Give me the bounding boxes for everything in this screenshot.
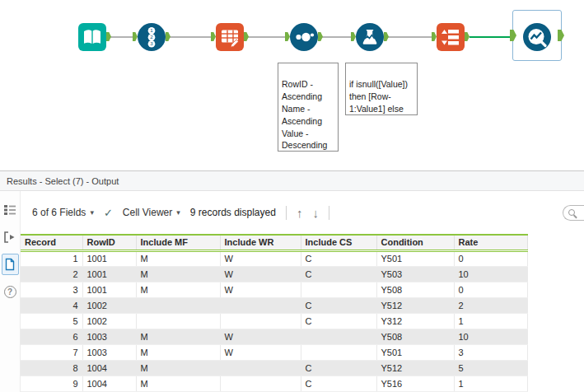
table-row[interactable]: 21001MWCY50310 (21, 266, 527, 282)
fields-dropdown[interactable]: 6 of 6 Fields ▾ (32, 207, 94, 218)
results-table[interactable]: RecordRowIDInclude MFInclude WRInclude C… (21, 234, 528, 392)
output-anchor-icon[interactable] (465, 32, 470, 41)
table-cell: 8 (21, 360, 82, 376)
preview-view-icon[interactable] (2, 254, 19, 275)
table-cell: Y501 (376, 344, 454, 360)
table-cell: M (136, 376, 220, 391)
connection[interactable] (388, 36, 434, 38)
table-cell: W (220, 250, 301, 266)
table-cell: 10 (454, 266, 527, 282)
tool-input-data[interactable] (78, 23, 106, 51)
output-anchor-icon[interactable] (384, 32, 389, 41)
table-row[interactable]: 91004MCY5161 (21, 376, 527, 391)
sort-annotation[interactable]: RowID - Ascending Name - Ascending Value… (278, 63, 339, 152)
table-cell (220, 297, 301, 313)
formula-icon (356, 23, 384, 51)
cell-viewer-dropdown[interactable]: Cell Viewer ▾ (123, 207, 180, 218)
output-anchor-icon[interactable] (558, 30, 564, 41)
table-cell (220, 376, 301, 391)
grid-view-icon[interactable] (2, 199, 19, 221)
output-anchor-icon[interactable] (244, 32, 249, 41)
tool-select-2[interactable] (437, 23, 465, 51)
sort-icon (290, 23, 318, 51)
table-cell: C (301, 250, 376, 266)
table-row[interactable]: 81004MCY5125 (21, 360, 527, 376)
table-cell: 1001 (82, 266, 136, 282)
tool-record-id[interactable]: 1 2 3 (138, 23, 166, 51)
workflow-canvas[interactable]: 1 2 3 (0, 0, 584, 170)
table-cell (301, 344, 376, 360)
results-panel: Results - Select (7) - Output (0, 170, 584, 392)
formula-annotation[interactable]: if isnull([Value]) then [Row- 1:Value1] … (345, 63, 418, 115)
table-cell: 1001 (82, 282, 136, 297)
fields-dropdown-label: 6 of 6 Fields (32, 207, 86, 218)
search-input[interactable] (563, 205, 584, 221)
table-cell: M (136, 282, 220, 297)
table-cell: Y501 (376, 250, 454, 266)
table-cell: 1 (21, 250, 82, 266)
tool-sort[interactable] (290, 23, 318, 51)
document-icon (3, 258, 16, 271)
output-anchor-icon[interactable] (318, 32, 323, 41)
column-header[interactable]: RowID (82, 235, 136, 250)
table-cell: 9 (21, 376, 82, 391)
connection[interactable] (110, 36, 135, 38)
table-cell: 1002 (82, 297, 136, 313)
table-cell (220, 360, 301, 376)
table-cell: W (220, 282, 301, 297)
table-row[interactable]: 11001MWCY5010 (21, 250, 527, 266)
table-cell: 6 (21, 329, 82, 344)
table-cell: 1002 (82, 313, 136, 329)
column-header[interactable]: Include WR (220, 235, 301, 250)
table-row[interactable]: 51002CY3121 (21, 313, 527, 329)
tool-select[interactable] (216, 23, 244, 51)
table-body: 11001MWCY501021001MWCY5031031001MWY50804… (21, 250, 527, 391)
column-header[interactable]: Record (21, 235, 82, 250)
table-cell: 2 (454, 297, 527, 313)
table-cell: 3 (454, 344, 527, 360)
tool-browse[interactable] (523, 23, 551, 51)
output-anchor-icon[interactable] (106, 32, 111, 41)
table-row[interactable]: 71003MWY5013 (21, 344, 527, 360)
browse-icon (523, 23, 551, 51)
table-cell: 3 (21, 282, 82, 297)
connection-selected[interactable] (470, 36, 512, 38)
sort-annotation-text: RowID - Ascending Name - Ascending Value… (282, 79, 327, 151)
results-toolbar: 6 of 6 Fields ▾ ✓ Cell Viewer ▾ 9 record… (21, 191, 584, 234)
select-2-icon (437, 23, 465, 51)
column-header[interactable]: Include CS (301, 235, 376, 250)
table-cell: Y512 (376, 360, 454, 376)
table-cell: C (301, 297, 376, 313)
table-cell: 10 (454, 329, 527, 344)
connection[interactable] (170, 36, 213, 38)
table-cell: Y503 (376, 266, 454, 282)
connection[interactable] (322, 36, 353, 38)
tool-formula[interactable] (356, 23, 384, 51)
record-id-icon: 1 2 3 (138, 23, 166, 51)
table-cell: 0 (454, 250, 527, 266)
table-cell: 2 (21, 266, 82, 282)
output-anchor-icon[interactable] (166, 32, 171, 41)
table-row[interactable]: 41002CY5122 (21, 297, 527, 313)
input-anchor-icon[interactable] (510, 30, 516, 41)
metadata-view-icon[interactable] (2, 226, 19, 248)
connection[interactable] (248, 36, 287, 38)
table-cell: 1003 (82, 329, 136, 344)
table-cell: 7 (21, 344, 82, 360)
table-cell: W (220, 329, 301, 344)
up-arrow-icon[interactable]: ↑ (297, 207, 303, 219)
table-cell: 1 (454, 376, 527, 391)
svg-text:3: 3 (150, 40, 153, 46)
apply-check-icon[interactable]: ✓ (104, 207, 113, 219)
table-cell: Y312 (376, 313, 454, 329)
help-icon[interactable]: ? (2, 281, 19, 302)
column-header[interactable]: Condition (376, 235, 454, 250)
table-row[interactable]: 61003MWY50810 (21, 329, 527, 344)
column-header[interactable]: Include MF (136, 235, 220, 250)
select-icon (216, 23, 244, 51)
svg-text:2: 2 (150, 34, 153, 40)
table-cell: W (220, 344, 301, 360)
column-header[interactable]: Rate (454, 235, 527, 250)
table-row[interactable]: 31001MWY5080 (21, 282, 527, 297)
down-arrow-icon[interactable]: ↓ (312, 207, 319, 219)
